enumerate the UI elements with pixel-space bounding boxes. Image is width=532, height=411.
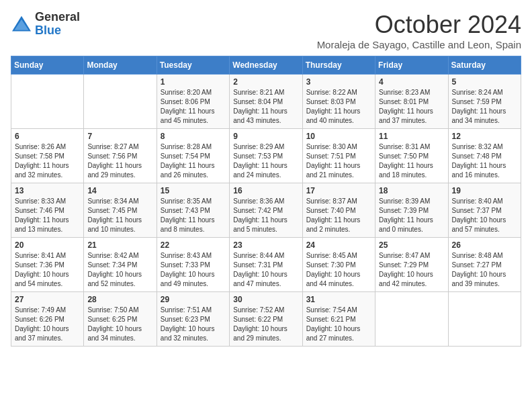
week-row-2: 13Sunrise: 8:33 AM Sunset: 7:46 PM Dayli… — [11, 183, 521, 238]
calendar-cell: 14Sunrise: 8:34 AM Sunset: 7:45 PM Dayli… — [84, 183, 157, 238]
day-number: 22 — [161, 240, 226, 250]
week-row-3: 20Sunrise: 8:41 AM Sunset: 7:36 PM Dayli… — [11, 238, 521, 292]
day-info: Sunrise: 8:33 AM Sunset: 7:46 PM Dayligh… — [15, 197, 80, 234]
calendar-cell: 29Sunrise: 7:51 AM Sunset: 6:23 PM Dayli… — [157, 292, 229, 347]
day-number: 25 — [379, 240, 444, 250]
header-friday: Friday — [375, 56, 448, 75]
day-number: 9 — [233, 132, 298, 141]
day-number: 2 — [233, 77, 298, 87]
day-info: Sunrise: 8:45 AM Sunset: 7:30 PM Dayligh… — [306, 251, 371, 289]
header-row: SundayMondayTuesdayWednesdayThursdayFrid… — [11, 56, 521, 75]
calendar-cell: 13Sunrise: 8:33 AM Sunset: 7:46 PM Dayli… — [11, 183, 84, 238]
main-title: October 2024 — [317, 11, 521, 39]
calendar-body: 1Sunrise: 8:20 AM Sunset: 8:06 PM Daylig… — [11, 75, 521, 347]
calendar-cell: 5Sunrise: 8:24 AM Sunset: 7:59 PM Daylig… — [448, 75, 521, 129]
calendar-cell: 23Sunrise: 8:44 AM Sunset: 7:31 PM Dayli… — [230, 238, 302, 292]
header-saturday: Saturday — [448, 56, 521, 75]
day-info: Sunrise: 8:42 AM Sunset: 7:34 PM Dayligh… — [87, 251, 152, 289]
logo-text: General Blue — [35, 11, 80, 38]
day-number: 3 — [306, 77, 371, 87]
day-number: 21 — [87, 240, 152, 250]
logo: General Blue — [11, 11, 80, 38]
calendar-cell: 3Sunrise: 8:22 AM Sunset: 8:03 PM Daylig… — [302, 75, 375, 129]
day-number: 7 — [87, 132, 152, 141]
calendar-cell: 24Sunrise: 8:45 AM Sunset: 7:30 PM Dayli… — [302, 238, 375, 292]
calendar-cell: 27Sunrise: 7:49 AM Sunset: 6:26 PM Dayli… — [11, 292, 84, 347]
day-number: 28 — [87, 295, 152, 304]
calendar-cell — [448, 292, 521, 347]
calendar-cell: 25Sunrise: 8:47 AM Sunset: 7:29 PM Dayli… — [375, 238, 448, 292]
day-number: 8 — [161, 132, 226, 141]
calendar-table: SundayMondayTuesdayWednesdayThursdayFrid… — [11, 56, 521, 347]
calendar-cell: 10Sunrise: 8:30 AM Sunset: 7:51 PM Dayli… — [302, 129, 375, 183]
calendar-cell: 18Sunrise: 8:39 AM Sunset: 7:39 PM Dayli… — [375, 183, 448, 238]
logo-general: General — [35, 11, 80, 24]
calendar-cell: 30Sunrise: 7:52 AM Sunset: 6:22 PM Dayli… — [230, 292, 302, 347]
calendar-header: SundayMondayTuesdayWednesdayThursdayFrid… — [11, 56, 521, 75]
calendar-cell: 31Sunrise: 7:54 AM Sunset: 6:21 PM Dayli… — [302, 292, 375, 347]
day-number: 23 — [233, 240, 298, 250]
day-info: Sunrise: 8:39 AM Sunset: 7:39 PM Dayligh… — [379, 197, 444, 234]
day-info: Sunrise: 8:43 AM Sunset: 7:33 PM Dayligh… — [161, 251, 226, 289]
day-number: 29 — [161, 295, 226, 304]
calendar-cell: 6Sunrise: 8:26 AM Sunset: 7:58 PM Daylig… — [11, 129, 84, 183]
day-number: 14 — [87, 186, 152, 195]
logo-icon — [11, 15, 32, 34]
day-info: Sunrise: 7:49 AM Sunset: 6:26 PM Dayligh… — [15, 306, 80, 343]
day-number: 1 — [161, 77, 226, 87]
day-number: 15 — [161, 186, 226, 195]
day-info: Sunrise: 7:52 AM Sunset: 6:22 PM Dayligh… — [233, 306, 298, 343]
day-info: Sunrise: 8:48 AM Sunset: 7:27 PM Dayligh… — [452, 251, 517, 289]
calendar-cell: 21Sunrise: 8:42 AM Sunset: 7:34 PM Dayli… — [84, 238, 157, 292]
day-info: Sunrise: 7:51 AM Sunset: 6:23 PM Dayligh… — [161, 306, 226, 343]
calendar-cell: 16Sunrise: 8:36 AM Sunset: 7:42 PM Dayli… — [230, 183, 302, 238]
day-number: 20 — [15, 240, 80, 250]
calendar-cell — [375, 292, 448, 347]
day-number: 6 — [15, 132, 80, 141]
day-number: 10 — [306, 132, 371, 141]
day-number: 19 — [452, 186, 517, 195]
day-info: Sunrise: 8:30 AM Sunset: 7:51 PM Dayligh… — [306, 142, 371, 180]
header-thursday: Thursday — [302, 56, 375, 75]
day-info: Sunrise: 8:23 AM Sunset: 8:01 PM Dayligh… — [379, 88, 444, 126]
day-number: 11 — [379, 132, 444, 141]
day-info: Sunrise: 8:47 AM Sunset: 7:29 PM Dayligh… — [379, 251, 444, 289]
day-number: 27 — [15, 295, 80, 304]
calendar-cell: 7Sunrise: 8:27 AM Sunset: 7:56 PM Daylig… — [84, 129, 157, 183]
calendar-cell: 12Sunrise: 8:32 AM Sunset: 7:48 PM Dayli… — [448, 129, 521, 183]
day-info: Sunrise: 8:37 AM Sunset: 7:40 PM Dayligh… — [306, 197, 371, 234]
day-number: 12 — [452, 132, 517, 141]
header-tuesday: Tuesday — [157, 56, 229, 75]
calendar-cell: 11Sunrise: 8:31 AM Sunset: 7:50 PM Dayli… — [375, 129, 448, 183]
calendar-cell: 28Sunrise: 7:50 AM Sunset: 6:25 PM Dayli… — [84, 292, 157, 347]
calendar-cell: 9Sunrise: 8:29 AM Sunset: 7:53 PM Daylig… — [230, 129, 302, 183]
week-row-4: 27Sunrise: 7:49 AM Sunset: 6:26 PM Dayli… — [11, 292, 521, 347]
header-monday: Monday — [84, 56, 157, 75]
day-info: Sunrise: 8:29 AM Sunset: 7:53 PM Dayligh… — [233, 142, 298, 180]
day-info: Sunrise: 8:28 AM Sunset: 7:54 PM Dayligh… — [161, 142, 226, 180]
day-number: 13 — [15, 186, 80, 195]
logo-blue: Blue — [35, 24, 80, 38]
day-number: 31 — [306, 295, 371, 304]
calendar-cell: 2Sunrise: 8:21 AM Sunset: 8:04 PM Daylig… — [230, 75, 302, 129]
day-number: 4 — [379, 77, 444, 87]
day-number: 18 — [379, 186, 444, 195]
calendar-cell: 15Sunrise: 8:35 AM Sunset: 7:43 PM Dayli… — [157, 183, 229, 238]
calendar-cell: 22Sunrise: 8:43 AM Sunset: 7:33 PM Dayli… — [157, 238, 229, 292]
day-info: Sunrise: 8:26 AM Sunset: 7:58 PM Dayligh… — [15, 142, 80, 180]
page-header: General Blue October 2024 Moraleja de Sa… — [11, 11, 521, 50]
day-number: 17 — [306, 186, 371, 195]
week-row-0: 1Sunrise: 8:20 AM Sunset: 8:06 PM Daylig… — [11, 75, 521, 129]
day-info: Sunrise: 8:44 AM Sunset: 7:31 PM Dayligh… — [233, 251, 298, 289]
day-info: Sunrise: 8:21 AM Sunset: 8:04 PM Dayligh… — [233, 88, 298, 126]
day-number: 26 — [452, 240, 517, 250]
week-row-1: 6Sunrise: 8:26 AM Sunset: 7:58 PM Daylig… — [11, 129, 521, 183]
calendar-cell: 17Sunrise: 8:37 AM Sunset: 7:40 PM Dayli… — [302, 183, 375, 238]
calendar-cell: 1Sunrise: 8:20 AM Sunset: 8:06 PM Daylig… — [157, 75, 229, 129]
calendar-cell: 20Sunrise: 8:41 AM Sunset: 7:36 PM Dayli… — [11, 238, 84, 292]
day-info: Sunrise: 8:27 AM Sunset: 7:56 PM Dayligh… — [87, 142, 152, 180]
day-info: Sunrise: 8:41 AM Sunset: 7:36 PM Dayligh… — [15, 251, 80, 289]
day-info: Sunrise: 8:22 AM Sunset: 8:03 PM Dayligh… — [306, 88, 371, 126]
header-sunday: Sunday — [11, 56, 84, 75]
day-info: Sunrise: 8:35 AM Sunset: 7:43 PM Dayligh… — [161, 197, 226, 234]
